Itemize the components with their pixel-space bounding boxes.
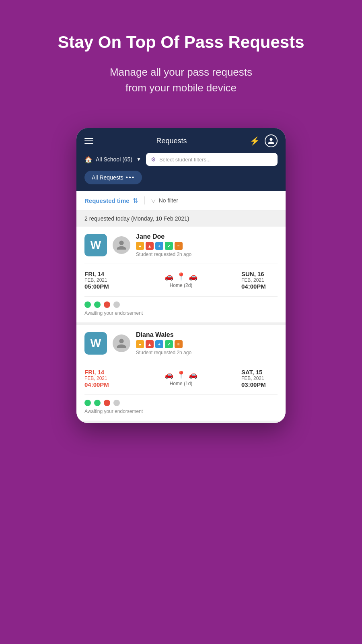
- school-filter-label: All School (65): [96, 156, 132, 163]
- sort-bar: Requested time ⇅ ▽ No filter: [76, 191, 286, 211]
- dot-2: [94, 301, 101, 308]
- dropdown-arrow-icon: ▼: [136, 157, 141, 162]
- badge-row: ● ▲ + ✓ ≡: [136, 242, 278, 250]
- badge-row-2: ● ▲ + ✓ ≡: [136, 340, 278, 348]
- endorsement-dots-2: [84, 400, 278, 406]
- trip-info-2: FRI, 14 FEB, 2021 04:00PM 🚗 📍 🚗 Home (1d…: [76, 362, 286, 394]
- badge-yellow: ●: [136, 242, 144, 250]
- departure-month-2: FEB, 2021: [84, 376, 121, 381]
- arrival-day-2: SAT, 15: [241, 369, 278, 376]
- hero-section: Stay On Top Of Pass Requests Manage all …: [33, 0, 328, 112]
- car-icon-2: 🚗: [165, 370, 173, 379]
- departure-month: FEB, 2021: [84, 277, 121, 283]
- badge-orange: ≡: [175, 242, 183, 250]
- request-card-2: W Diana Wales ● ▲ + ✓ ≡ Student requeste…: [76, 325, 286, 423]
- badge-blue: +: [155, 242, 163, 250]
- top-bar: Requests ⚡: [84, 134, 278, 147]
- trip-middle-2: 🚗 📍 🚗 Home (1d): [165, 370, 197, 386]
- school-filter[interactable]: 🏠 All School (65) ▼: [84, 156, 141, 163]
- header-icons: ⚡: [250, 134, 278, 147]
- departure-time-2: 04:00PM: [84, 381, 121, 388]
- app-title: Requests: [156, 137, 187, 145]
- badge-red-2: ▲: [146, 340, 154, 348]
- class-badge: W: [84, 234, 107, 256]
- student-name-2: Diana Wales: [136, 331, 278, 339]
- bolt-icon[interactable]: ⚡: [250, 136, 260, 146]
- filter-funnel-icon: ▽: [151, 197, 156, 204]
- card-footer: Awaiting your endorsement: [76, 297, 286, 322]
- class-badge-2: W: [84, 332, 107, 355]
- filter-search-icon: ⚙: [151, 156, 156, 163]
- arrival-date-2: SAT, 15 FEB, 2021 03:00PM: [241, 369, 278, 388]
- date-group-header: 2 requested today (Monday, 10 Feb 2021): [76, 211, 286, 227]
- badge-green-2: ✓: [165, 340, 173, 348]
- badge-yellow-2: ●: [136, 340, 144, 348]
- filter-row: 🏠 All School (65) ▼ ⚙ Select student fil…: [84, 153, 278, 166]
- badge-red: ▲: [146, 242, 154, 250]
- car-arrival-icon-2: 🚗: [189, 370, 197, 379]
- tab-row: All Requests •••: [84, 171, 278, 184]
- badge-orange-2: ≡: [175, 340, 183, 348]
- trip-info: FRI, 14 FEB, 2021 05:00PM 🚗 📍 🚗 Home (2d…: [76, 264, 286, 296]
- dot-1: [84, 301, 91, 308]
- student-avatar: [113, 236, 130, 254]
- destination-label-2: Home (1d): [170, 381, 193, 386]
- arrival-date: SUN, 16 FEB, 2021 04:00PM: [241, 270, 278, 290]
- no-filter-label[interactable]: No filter: [159, 197, 178, 204]
- student-avatar-2: [113, 334, 130, 352]
- badge-blue-2: +: [155, 340, 163, 348]
- trip-icons: 🚗 📍 🚗: [165, 272, 197, 281]
- user-profile-icon[interactable]: [265, 134, 278, 147]
- dot-2-2: [94, 400, 101, 406]
- arrival-day: SUN, 16: [241, 270, 278, 277]
- departure-date: FRI, 14 FEB, 2021 05:00PM: [84, 270, 121, 290]
- endorsement-text: Awaiting your endorsement: [84, 310, 278, 316]
- departure-time: 05:00PM: [84, 283, 121, 290]
- phone-container: Requests ⚡ 🏠 All School (65) ▼ ⚙ Select …: [76, 128, 286, 423]
- hamburger-menu-icon[interactable]: [84, 138, 93, 144]
- tab-label: All Requests: [92, 174, 123, 181]
- location-pin-icon: 📍: [177, 272, 185, 281]
- hero-title: Stay On Top Of Pass Requests: [58, 32, 304, 52]
- destination-label: Home (2d): [170, 283, 193, 288]
- search-placeholder-text: Select student filters...: [159, 157, 211, 163]
- dot-4-2: [113, 400, 120, 406]
- dot-4: [113, 301, 120, 308]
- location-pin-icon-2: 📍: [177, 370, 185, 379]
- tab-options-dots: •••: [126, 174, 135, 181]
- trip-middle: 🚗 📍 🚗 Home (2d): [165, 272, 197, 288]
- request-card: W Jane Doe ● ▲ + ✓ ≡ Student requested 2…: [76, 227, 286, 325]
- student-search[interactable]: ⚙ Select student filters...: [146, 153, 278, 166]
- car-icon: 🚗: [165, 272, 173, 281]
- app-header: Requests ⚡ 🏠 All School (65) ▼ ⚙ Select …: [76, 128, 286, 191]
- dot-3: [104, 301, 110, 308]
- card-footer-2: Awaiting your endorsement: [76, 395, 286, 421]
- card-header-2: W Diana Wales ● ▲ + ✓ ≡ Student requeste…: [76, 325, 286, 362]
- sort-icon[interactable]: ⇅: [133, 197, 138, 204]
- endorsement-dots: [84, 301, 278, 308]
- departure-date-2: FRI, 14 FEB, 2021 04:00PM: [84, 369, 121, 388]
- student-info: Jane Doe ● ▲ + ✓ ≡ Student requested 2h …: [136, 233, 278, 257]
- endorsement-text-2: Awaiting your endorsement: [84, 409, 278, 414]
- home-icon: 🏠: [84, 156, 93, 163]
- requested-time-text-2: Student requested 2h ago: [136, 350, 278, 355]
- arrival-time-2: 03:00PM: [241, 381, 278, 388]
- dot-3-2: [104, 400, 110, 406]
- student-info-2: Diana Wales ● ▲ + ✓ ≡ Student requested …: [136, 331, 278, 355]
- car-arrival-icon: 🚗: [189, 272, 197, 281]
- arrival-month-2: FEB, 2021: [241, 376, 278, 381]
- arrival-month: FEB, 2021: [241, 277, 278, 283]
- hero-subtitle: Manage all your pass requestsfrom your m…: [58, 64, 304, 96]
- badge-green: ✓: [165, 242, 173, 250]
- sort-label[interactable]: Requested time: [84, 197, 130, 204]
- dot-1-2: [84, 400, 91, 406]
- arrival-time: 04:00PM: [241, 283, 278, 290]
- student-name: Jane Doe: [136, 233, 278, 240]
- sort-filter-divider: [144, 196, 145, 204]
- all-requests-tab[interactable]: All Requests •••: [84, 171, 142, 184]
- trip-icons-2: 🚗 📍 🚗: [165, 370, 197, 379]
- departure-day-2: FRI, 14: [84, 369, 121, 376]
- departure-day: FRI, 14: [84, 270, 121, 277]
- card-header: W Jane Doe ● ▲ + ✓ ≡ Student requested 2…: [76, 227, 286, 264]
- requested-time-text: Student requested 2h ago: [136, 252, 278, 257]
